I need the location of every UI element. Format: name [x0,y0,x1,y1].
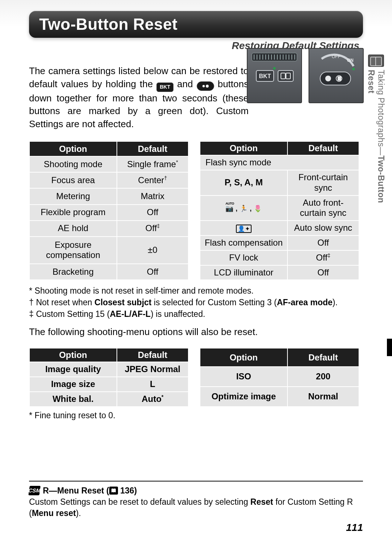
section-side-label: Taking Photographs—Two-Button Reset [366,70,386,229]
camera-bkt-illustration: BKT [247,48,302,103]
night-portrait-icon: 👤✦ [236,225,252,233]
intro-paragraph: The camera settings listed below can be … [29,65,249,131]
svg-text:ON: ON [347,58,354,63]
table-row: AUTO📷, 🏃, 🌷 Auto front-curtain sync [200,196,359,221]
footnote: * Fine tuning reset to 0. [29,411,363,420]
info-button-icon [197,81,214,91]
table-row: 👤✦Auto slow sync [200,221,359,235]
camera-cards-icon [368,55,384,67]
table-row: Image sizeL [30,377,188,391]
page-number: 111 [346,522,363,533]
title-bar: Two-Button Reset [29,11,363,38]
page-thumb-tab [387,339,392,356]
camera-thumbnails: BKT OFF ON [247,48,364,103]
svg-text:OFF: OFF [332,54,340,59]
table-row: Flash compensationOff [200,236,359,250]
th-default: Default [288,348,359,366]
bkt-button-icon: BKT [156,82,173,92]
shooting-menu-table-left: Option Default Image qualityJPEG NormalI… [29,348,189,407]
table-row: Optimize imageNormal [200,387,359,406]
defaults-table-left: Option Default Shooting modeSingle frame… [29,141,189,280]
table-row: MeteringMatrix [30,189,188,204]
table-row: P, S, A, MFront-curtain sync [200,170,359,195]
table-row: ISO200 [200,367,359,386]
th-default: Default [288,142,359,155]
section-side-prefix: Taking Photographs— [376,70,386,156]
table-row: Exposure compensation±0 [30,237,188,263]
th-option: Option [200,348,287,366]
svg-text:BKT: BKT [259,73,271,79]
camera-power-illustration: OFF ON [309,48,364,103]
footnote: † Not reset when Closest subjct is selec… [29,297,363,308]
svg-rect-30 [338,76,341,81]
table-row: BracketingOff [30,264,188,279]
footnotes-upper: * Shooting mode is not reset in self-tim… [29,285,363,320]
th-option: Option [200,142,287,155]
table-row: Image qualityJPEG Normal [30,362,188,376]
table-row: FV lockOff‡ [200,251,359,265]
footnote: * Shooting mode is not reset in self-tim… [29,285,363,297]
th-option: Option [30,348,117,362]
svg-rect-2 [207,85,208,87]
defaults-table-right: Option Default Flash sync mode P, S, A, … [200,141,359,280]
footnote: ‡ Custom Setting 15 (AE-L/AF-L) is unaff… [29,309,363,320]
flash-sync-subheader: Flash sync mode [200,156,359,170]
th-default: Default [117,348,188,362]
table-row: LCD illuminatorOff [200,266,359,280]
table-row: Flexible programOff [30,205,188,220]
footnotes-lower: * Fine tuning reset to 0. [29,411,363,420]
shooting-menu-table-right: Option Default ISO200Optimize imageNorma… [200,348,359,407]
svg-point-21 [273,67,276,70]
page-title: Two-Button Reset [39,15,177,33]
table-row: Focus areaCenter† [30,173,188,188]
svg-point-28 [325,76,331,81]
note-body: Custom Settings can be reset to default … [29,496,363,519]
th-option: Option [30,142,117,156]
svg-point-31 [352,68,355,70]
csm-badge-icon: CSM [28,486,41,495]
page-ref-icon [109,487,118,495]
table-row: AE holdOff‡ [30,221,188,236]
svg-point-0 [202,85,204,87]
title-block: Two-Button Reset Restoring Default Setti… [29,11,363,52]
midtext: The following shooting-menu options will… [29,326,363,338]
section-side-tab: Taking Photographs—Two-Button Reset [365,55,387,229]
table-row: White bal.Auto* [30,392,188,406]
scene-mode-icons: AUTO📷, 🏃, 🌷 [225,205,262,213]
svg-rect-27 [320,72,351,85]
th-default: Default [117,142,188,156]
menu-reset-note: CSM R—Menu Reset ( 136) Custom Settings … [29,481,363,519]
table-row: Shooting modeSingle frame* [30,157,188,172]
